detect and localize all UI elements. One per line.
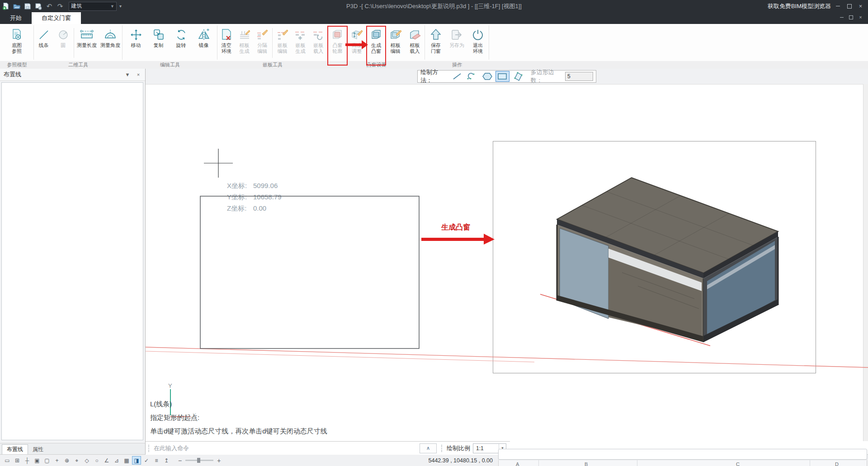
coordinate-tooltip: X坐标:5099.06 Y坐标:10658.79 Z坐标:0.00: [227, 180, 282, 214]
ribbon: 底图 参照 线条 圆: [0, 24, 868, 61]
save-as-button[interactable]: [33, 1, 43, 11]
layout-line-panel: 布置线 ▼ ×: [0, 69, 146, 443]
customize-toolbar-button[interactable]: ▾: [119, 4, 122, 9]
maximize-button[interactable]: [844, 1, 855, 11]
3d-preview-panel[interactable]: [493, 141, 816, 373]
ribbon-button-measure-length[interactable]: 测量长度: [75, 27, 99, 48]
panel-tab-bar: 布置线 属性: [0, 443, 146, 454]
y-coord-value: 10658.79: [253, 193, 282, 201]
doc-restore-button[interactable]: [846, 13, 856, 21]
column-separator: [538, 460, 539, 466]
ribbon-button-panel-generate[interactable]: 嵌板 生成: [292, 27, 310, 54]
close-button[interactable]: ×: [855, 1, 866, 11]
panel-collapse-button[interactable]: ▼: [124, 72, 131, 77]
doc-minimize-button[interactable]: [837, 13, 846, 21]
save-button[interactable]: [23, 1, 33, 11]
button-label: 分隔 编辑: [257, 42, 267, 54]
zoom-extent-toggle-icon[interactable]: ⊕: [62, 456, 71, 465]
ribbon-button-height-adjust[interactable]: 高度 调整: [347, 27, 367, 54]
draw-rotated-rectangle-button[interactable]: [510, 71, 524, 82]
undo-button[interactable]: ↶: [44, 1, 54, 11]
panel-tab-properties[interactable]: 属性: [28, 445, 48, 454]
group-label-edit-tools: 编辑工具: [123, 61, 217, 69]
grid-toggle-icon[interactable]: ⊞: [13, 456, 22, 465]
command-input[interactable]: [153, 444, 420, 452]
underlay-reference-icon: [11, 27, 23, 42]
ribbon-button-bay-outline[interactable]: 凸窗 轮廓: [328, 27, 347, 54]
snap-node-toggle-icon[interactable]: ○: [92, 456, 101, 465]
column-header: A: [516, 461, 519, 466]
ribbon-button-panel-load[interactable]: 嵌板 载入: [309, 27, 327, 54]
dynamic-input-toggle-icon[interactable]: ◨: [132, 456, 141, 465]
snap-center-toggle-icon[interactable]: ⌖: [72, 456, 81, 465]
drag-grip-icon[interactable]: [148, 445, 150, 452]
selection-box-toggle-icon[interactable]: ▭: [3, 456, 12, 465]
open-file-button[interactable]: [12, 1, 22, 11]
popup-input-box[interactable]: [498, 449, 867, 460]
tab-custom-window[interactable]: 自定义门窗: [32, 12, 81, 24]
measure-length-icon: [80, 27, 94, 42]
command-bar: ∧ 绘制比例 1:1 ▼: [146, 441, 510, 455]
workspace-dropdown[interactable]: 建筑 ▼: [69, 2, 117, 11]
ribbon-group-panel-tools: 清空 环境 框板 生成: [217, 25, 328, 60]
ribbon-button-measure-angle[interactable]: 测量角度: [99, 27, 122, 48]
group-label-2d-tools: 二维工具: [34, 61, 123, 69]
ribbon-button-copy[interactable]: 复制: [147, 27, 170, 48]
confirm-toggle-icon[interactable]: ✓: [142, 456, 151, 465]
polygon-sides-input[interactable]: [565, 72, 593, 81]
tab-start[interactable]: 开始: [0, 12, 32, 24]
history-collapse-button[interactable]: ∧: [420, 443, 437, 453]
zoom-slider-handle[interactable]: [197, 458, 200, 463]
ribbon-button-underlay-reference[interactable]: 底图 参照: [7, 27, 27, 54]
ribbon-button-exit-environment[interactable]: 退出 环境: [468, 27, 488, 54]
ribbon-button-frame-generate[interactable]: 框板 生成: [236, 27, 254, 54]
new-file-button[interactable]: [1, 1, 11, 11]
lift-toggle-icon[interactable]: ↥: [162, 456, 171, 465]
hatch-toggle-icon[interactable]: ▦: [122, 456, 131, 465]
open-folder-icon: [13, 2, 21, 10]
ribbon-button-clear-environment[interactable]: 清空 环境: [217, 27, 236, 54]
ribbon-button-circle[interactable]: 圆: [53, 27, 73, 48]
doc-close-button[interactable]: ×: [856, 13, 865, 21]
layers-toggle-icon[interactable]: ≡: [152, 456, 161, 465]
drag-grip-icon[interactable]: [441, 445, 443, 452]
ribbon-button-divider-edit[interactable]: 分隔 编辑: [253, 27, 271, 54]
ribbon-button-frame-load[interactable]: 框板 载入: [405, 27, 425, 54]
crosshair-toggle-icon[interactable]: ┼: [23, 456, 32, 465]
ribbon-button-rotate[interactable]: 旋转: [170, 27, 193, 48]
draw-polygon-button[interactable]: [480, 71, 494, 82]
exit-environment-icon: [472, 27, 484, 42]
snap-midpoint-toggle-icon[interactable]: ◇: [82, 456, 91, 465]
button-label: 嵌板 生成: [295, 42, 305, 54]
panel-content[interactable]: [1, 82, 143, 440]
panel-close-button[interactable]: ×: [135, 72, 142, 77]
ribbon-button-save-window[interactable]: 保存 门窗: [426, 27, 446, 54]
ortho-toggle-icon[interactable]: ⊿: [112, 456, 121, 465]
drawing-canvas[interactable]: 绘制方法：: [146, 69, 868, 454]
ribbon-button-move[interactable]: 移动: [125, 27, 147, 48]
zoom-in-button[interactable]: +: [217, 457, 221, 464]
canvas-scrollbar[interactable]: [863, 84, 868, 441]
redo-button[interactable]: ↷: [55, 1, 65, 11]
panel-tab-layout-line[interactable]: 布置线: [2, 444, 28, 454]
promo-link[interactable]: 获取免费BIM模型浏览器: [768, 2, 831, 10]
draw-arc-button[interactable]: [465, 71, 479, 82]
minimize-button[interactable]: [832, 1, 844, 11]
ribbon-button-line[interactable]: 线条: [34, 27, 53, 48]
zoom-slider[interactable]: [185, 460, 213, 461]
ribbon-button-frame-edit[interactable]: 框板 编辑: [386, 27, 405, 54]
region-toggle-icon[interactable]: ▢: [42, 456, 52, 465]
pan-toggle-icon[interactable]: +: [52, 456, 61, 465]
button-label: 另存为: [449, 42, 464, 48]
ribbon-button-bay-generate[interactable]: 生成 凸窗: [367, 27, 386, 54]
arc-icon: [467, 72, 477, 80]
polar-angle-toggle-icon[interactable]: ∠: [102, 456, 111, 465]
ribbon-button-save-as[interactable]: 另存为: [446, 27, 468, 48]
frame-toggle-icon[interactable]: ▣: [33, 456, 42, 465]
ribbon-button-panel-edit[interactable]: 嵌板 编辑: [274, 27, 292, 54]
column-separator: [810, 460, 810, 466]
zoom-out-button[interactable]: −: [178, 457, 182, 464]
draw-rectangle-button[interactable]: [495, 71, 510, 82]
draw-line-button[interactable]: [450, 71, 464, 82]
ribbon-button-mirror[interactable]: 镜像: [193, 27, 215, 48]
